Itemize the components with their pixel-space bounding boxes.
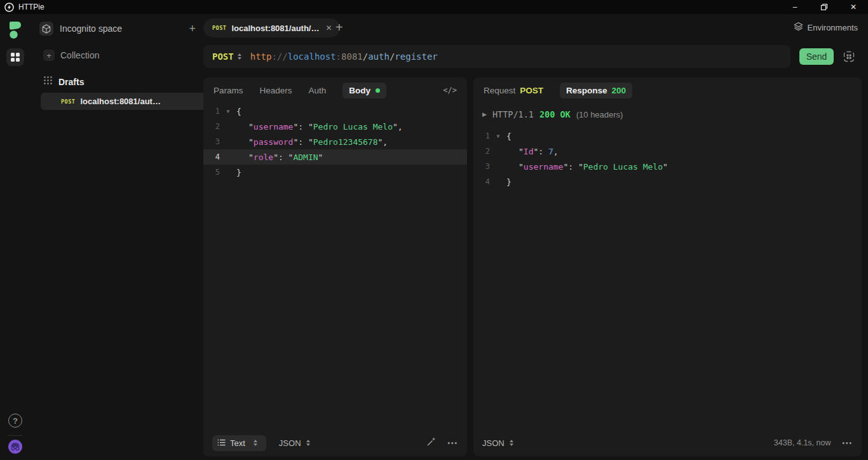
help-icon[interactable]: ? [8,414,22,428]
code-text: "username": "Pedro Lucas Melo" [506,162,668,172]
line-number: 4 [210,152,220,161]
format-wand-icon[interactable] [426,437,436,449]
code-line[interactable]: 2"Id": 7, [473,144,862,159]
code-export-icon[interactable] [843,51,855,65]
tab-request[interactable]: Request POST [484,86,543,95]
code-line[interactable]: 1▼{ [473,128,862,144]
headers-count: (10 headers) [576,110,623,119]
httpie-app-icon [4,3,14,12]
method-select[interactable]: POST [212,51,234,62]
response-status-line[interactable]: ▶ HTTP/1.1 200 OK (10 headers) [482,107,853,122]
response-body-viewer[interactable]: 1▼{2"Id": 7,3"username": "Pedro Lucas Me… [473,128,862,189]
tab-title: localhost:8081/auth/… [231,24,319,33]
send-button[interactable]: Send [799,48,834,65]
line-number: 1 [480,132,490,140]
code-text: } [236,168,241,177]
line-number: 4 [480,177,490,186]
sidebar-section-drafts[interactable]: Drafts [43,76,84,88]
language-select[interactable]: JSON [279,438,314,448]
tab-headers[interactable]: Headers [260,86,292,95]
tab-params[interactable]: Params [214,86,243,95]
left-rail: ? [0,14,31,460]
tab-response[interactable]: Response 200 [560,83,632,98]
code-line[interactable]: 2"username": "Pedro Lucas Melo", [203,119,467,134]
code-text: "username": "Pedro Lucas Melo", [236,122,403,132]
url-segment: http [250,51,272,62]
space-cube-icon [39,22,53,36]
minimize-button[interactable]: – [780,0,810,14]
code-line[interactable]: 4"role": "ADMIN" [203,149,467,165]
code-line[interactable]: 3"username": "Pedro Lucas Melo" [473,159,862,174]
tab-body-label: Body [349,86,370,95]
restore-button[interactable] [810,0,839,14]
line-number: 5 [210,168,220,177]
code-text: { [506,132,512,141]
body-active-dot [376,88,380,93]
response-more-icon[interactable]: ••• [842,440,853,447]
view-mode-value: Text [230,438,245,448]
layers-icon [794,22,803,33]
code-line[interactable]: 4} [473,174,862,189]
close-button[interactable]: ✕ [839,0,868,14]
code-text: "role": "ADMIN" [236,152,323,162]
code-view-toggle-icon[interactable]: </> [443,86,457,95]
list-icon [217,438,226,448]
response-language-select[interactable]: JSON [482,438,517,448]
line-number: 3 [480,162,490,171]
tab-auth[interactable]: Auth [309,86,327,95]
code-line[interactable]: 3"password": "Pedro12345678", [203,134,467,149]
rail-divider [8,435,23,436]
http-protocol: HTTP/1.1 [492,109,534,119]
window-title: HTTPie [18,3,44,11]
tab-response-status: 200 [612,86,627,95]
environments-button[interactable]: Environments [794,22,858,33]
code-line[interactable]: 1▼{ [203,104,467,119]
tab-close-icon[interactable]: ✕ [325,24,332,32]
draft-method-badge: POST [61,98,75,105]
response-pane-footer: JSON 343B, 4.1s, now ••• [473,430,862,456]
space-header[interactable]: Incognito space + [39,20,196,37]
draft-request-item[interactable]: POST localhost:8081/aut… 2m [41,93,223,110]
response-language-value: JSON [482,438,505,448]
tab-request-method: POST [520,86,543,95]
tab-response-label: Response [566,86,607,95]
new-tab-button[interactable]: + [336,21,343,34]
collection-label: Collection [60,50,99,60]
fold-caret-icon[interactable]: ▼ [220,109,236,114]
tab-bar: POST localhost:8081/auth/… ✕ + Environme… [202,14,868,42]
line-number: 2 [480,147,490,156]
request-body-editor[interactable]: 1▼{2"username": "Pedro Lucas Melo",3"pas… [203,104,467,180]
language-value: JSON [279,438,301,448]
drafts-label: Drafts [58,77,84,87]
url-segment: 8081 [341,51,363,62]
sidebar-item-collection[interactable]: + Collection [43,50,99,61]
draft-title: localhost:8081/aut… [80,97,160,106]
method-updown-icon [238,53,241,60]
code-text: "Id": 7, [506,147,559,156]
request-more-icon[interactable]: ••• [447,440,458,447]
url-segment: : [336,51,341,62]
code-text: } [506,177,512,187]
space-name: Incognito space [60,24,122,34]
code-text: "password": "Pedro12345678", [236,137,388,147]
fold-caret-icon[interactable]: ▼ [490,133,506,139]
new-request-icon[interactable]: + [189,23,196,34]
incognito-avatar[interactable] [8,440,22,454]
language-updown-icon [306,440,310,446]
response-panel: Request POST Response 200 ▶ HTTP/1.1 200… [473,78,862,456]
add-collection-icon[interactable]: + [43,50,55,61]
request-tab[interactable]: POST localhost:8081/auth/… ✕ [203,18,340,37]
titlebar: HTTPie – ✕ [0,0,868,14]
tab-body[interactable]: Body [342,83,386,98]
view-mode-updown-icon [254,440,257,446]
request-pane-tabs: Params Headers Auth Body </> [203,78,467,103]
status-code: 200 OK [539,109,571,119]
code-line[interactable]: 5} [203,165,467,180]
url-input[interactable]: http://localhost:8081/auth/register [250,51,438,62]
url-bar[interactable]: POST http://localhost:8081/auth/register [203,45,790,68]
spaces-dashboard-button[interactable] [6,48,24,66]
view-mode-select[interactable]: Text [212,435,266,451]
grid-icon [11,53,20,62]
collapse-caret-icon[interactable]: ▶ [482,111,487,118]
httpie-logo-icon[interactable] [7,20,24,43]
